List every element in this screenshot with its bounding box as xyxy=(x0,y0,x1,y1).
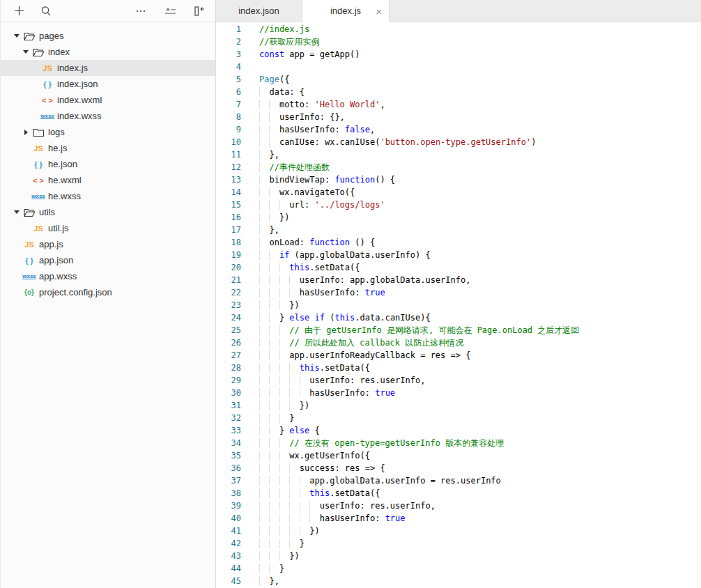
chevron-down-icon[interactable] xyxy=(21,50,31,54)
tree-item-index-wxss[interactable]: wxssindex.wxss xyxy=(1,108,215,124)
code-editor[interactable]: 1//index.js2//获取应用实例3const app = getApp(… xyxy=(216,22,701,588)
code-token: , xyxy=(370,125,375,134)
code-line-11[interactable]: 11 }, xyxy=(216,148,701,161)
code-line-25[interactable]: 25 // 由于 getUserInfo 是网络请求, 可能会在 Page.on… xyxy=(216,324,701,336)
code-line-9[interactable]: 9 hasUserInfo: false, xyxy=(216,123,701,136)
indent-guide xyxy=(269,401,279,410)
code-line-33[interactable]: 33 } else { xyxy=(216,424,701,437)
chevron-down-icon[interactable] xyxy=(12,34,22,38)
tree-item-app-js[interactable]: JSapp.js xyxy=(1,236,215,252)
code-line-4[interactable]: 4 xyxy=(216,61,701,73)
code-line-13[interactable]: 13 bindViewTap: function() { xyxy=(216,173,701,186)
collapse-sidebar-icon[interactable] xyxy=(193,5,206,17)
tree-item-index-js[interactable]: JSindex.js xyxy=(1,60,215,76)
add-file-icon[interactable] xyxy=(13,5,25,17)
wxml-file-icon: < > xyxy=(31,176,46,185)
code-line-36[interactable]: 36 success: res => { xyxy=(216,462,701,474)
code-line-30[interactable]: 30 hasUserInfo: true xyxy=(216,387,701,399)
indent-guide xyxy=(289,288,299,297)
tree-item-he-wxml[interactable]: < >he.wxml xyxy=(1,172,215,188)
code-line-7[interactable]: 7 motto: 'Hello World', xyxy=(216,98,701,111)
indent-guide xyxy=(279,451,289,461)
code-line-19[interactable]: 19 if (app.globalData.userInfo) { xyxy=(216,249,701,261)
tab-index-js[interactable]: index.js× xyxy=(302,0,390,22)
indent-guide xyxy=(269,513,279,523)
tree-item-logs[interactable]: logs xyxy=(1,124,215,140)
code-line-21[interactable]: 21 userInfo: app.globalData.userInfo, xyxy=(216,274,701,286)
tree-item-utils[interactable]: utils xyxy=(1,204,215,220)
code-line-27[interactable]: 27 app.userInfoReadyCallback = res => { xyxy=(216,349,701,362)
folder-icon xyxy=(31,127,46,137)
code-line-22[interactable]: 22 hasUserInfo: true xyxy=(216,286,701,299)
line-number: 34 xyxy=(216,437,241,449)
tree-item-he-json[interactable]: { }he.json xyxy=(1,156,215,172)
close-tab-icon[interactable]: × xyxy=(376,6,382,16)
tree-item-label: he.js xyxy=(48,143,67,153)
code-line-2[interactable]: 2//获取应用实例 xyxy=(216,36,701,48)
code-token: }, xyxy=(269,150,279,160)
tree-item-index-json[interactable]: { }index.json xyxy=(1,76,215,92)
indent-guide xyxy=(269,438,279,448)
code-line-32[interactable]: 32 } xyxy=(216,412,701,424)
code-text: const app = getApp() xyxy=(241,48,360,61)
code-line-37[interactable]: 37 app.globalData.userInfo = res.userInf… xyxy=(216,474,701,487)
search-icon[interactable] xyxy=(40,5,52,17)
tree-item-project-config-json[interactable]: {o}project.config.json xyxy=(1,284,215,300)
code-line-3[interactable]: 3const app = getApp() xyxy=(216,48,701,61)
code-line-45[interactable]: 45 }, xyxy=(216,575,701,587)
code-line-6[interactable]: 6 data: { xyxy=(216,86,701,98)
code-text: userInfo: app.globalData.userInfo, xyxy=(241,274,470,286)
code-line-28[interactable]: 28 this.setData({ xyxy=(216,362,701,374)
code-text: }) xyxy=(241,525,320,537)
code-line-5[interactable]: 5Page({ xyxy=(216,73,701,86)
code-line-35[interactable]: 35 wx.getUserInfo({ xyxy=(216,449,701,462)
tree-item-app-json[interactable]: { }app.json xyxy=(1,252,215,268)
code-line-31[interactable]: 31 }) xyxy=(216,399,701,412)
code-line-23[interactable]: 23 }) xyxy=(216,299,701,311)
tree-item-app-wxss[interactable]: wxssapp.wxss xyxy=(1,268,215,284)
code-line-39[interactable]: 39 userInfo: res.userInfo, xyxy=(216,500,701,512)
code-token: else xyxy=(289,313,309,323)
code-line-8[interactable]: 8 userInfo: {}, xyxy=(216,111,701,123)
code-line-20[interactable]: 20 this.setData({ xyxy=(216,261,701,274)
code-token: }) xyxy=(300,401,309,410)
code-line-24[interactable]: 24 } else if (this.data.canIUse){ xyxy=(216,311,701,324)
code-text: hasUserInfo: true xyxy=(241,512,406,525)
tree-item-index[interactable]: index xyxy=(1,44,215,60)
code-line-41[interactable]: 41 }) xyxy=(216,525,701,537)
code-text: wx.navigateTo({ xyxy=(241,186,355,199)
line-number: 29 xyxy=(216,374,241,387)
code-line-38[interactable]: 38 this.setData({ xyxy=(216,487,701,500)
code-line-16[interactable]: 16 }) xyxy=(216,211,701,224)
tree-item-util-js[interactable]: JSutil.js xyxy=(1,220,215,236)
tree-item-pages[interactable]: pages xyxy=(1,28,215,44)
code-line-43[interactable]: 43 }) xyxy=(216,550,701,562)
indent-guide xyxy=(259,325,269,335)
tree-item-index-wxml[interactable]: < >index.wxml xyxy=(1,92,215,108)
tree-item-he-wxss[interactable]: wxsshe.wxss xyxy=(1,188,215,204)
more-icon[interactable] xyxy=(134,5,147,17)
code-line-26[interactable]: 26 // 所以此处加入 callback 以防止这种情况 xyxy=(216,336,701,349)
collapse-all-icon[interactable] xyxy=(164,5,176,17)
code-line-34[interactable]: 34 // 在没有 open-type=getUserInfo 版本的兼容处理 xyxy=(216,437,701,449)
chevron-down-icon[interactable] xyxy=(12,210,22,214)
code-line-44[interactable]: 44 } xyxy=(216,562,701,575)
code-line-10[interactable]: 10 canIUse: wx.canIUse('button.open-type… xyxy=(216,136,701,148)
code-line-42[interactable]: 42 } xyxy=(216,537,701,550)
code-token: } xyxy=(279,313,289,323)
indent-guide xyxy=(300,376,309,385)
code-line-18[interactable]: 18 onLoad: function () { xyxy=(216,236,701,249)
code-line-40[interactable]: 40 hasUserInfo: true xyxy=(216,512,701,525)
code-line-14[interactable]: 14 wx.navigateTo({ xyxy=(216,186,701,199)
code-line-15[interactable]: 15 url: '../logs/logs' xyxy=(216,199,701,211)
tab-index-json[interactable]: index.json xyxy=(215,0,302,22)
code-line-29[interactable]: 29 userInfo: res.userInfo, xyxy=(216,374,701,387)
folder-open-icon xyxy=(22,31,37,41)
code-line-1[interactable]: 1//index.js xyxy=(216,23,701,36)
indent-guide xyxy=(279,476,289,486)
tree-item-label: util.js xyxy=(48,223,69,233)
code-line-17[interactable]: 17 }, xyxy=(216,224,701,236)
code-line-12[interactable]: 12 //事件处理函数 xyxy=(216,161,701,173)
tree-item-he-js[interactable]: JShe.js xyxy=(1,140,215,156)
chevron-right-icon[interactable] xyxy=(21,130,31,135)
